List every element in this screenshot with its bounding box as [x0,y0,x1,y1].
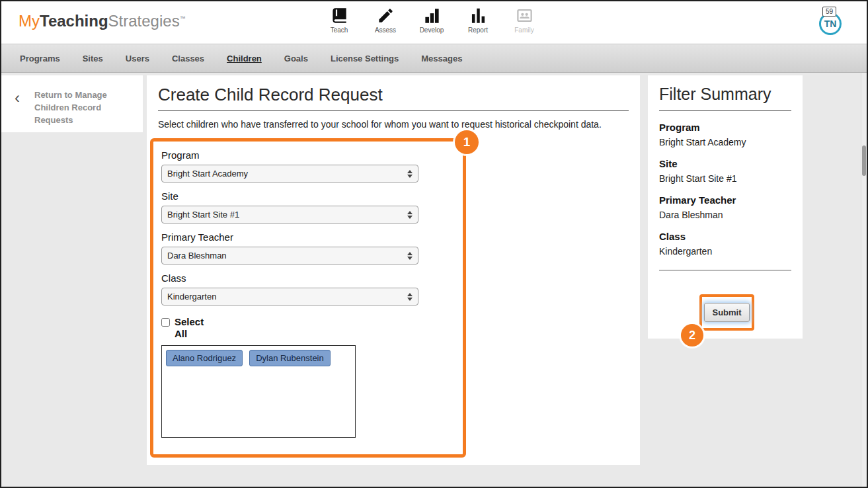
nav-report-label: Report [468,26,488,34]
annotation-step-1-badge: 1 [455,130,479,154]
header-icon-nav: Teach Assess Develop Report [324,7,539,34]
app-logo[interactable]: MyTeachingStrategies™ [19,12,186,30]
site-field: Site Bright Start Site #1 [161,190,455,224]
nav-develop-label: Develop [420,26,444,34]
class-label: Class [161,272,455,284]
scrollbar-thumb[interactable] [862,145,866,176]
page-description: Select children who have transferred to … [158,118,621,131]
summary-site: Site Bright Start Site #1 [659,158,791,184]
logo-strategies: Strategies [108,12,180,30]
child-chip[interactable]: Alano Rodriguez [166,350,243,366]
create-request-card: Create Child Record Request Select child… [147,75,640,465]
select-arrows-icon [407,293,413,301]
primary-teacher-select-value: Dara Bleshman [167,251,227,261]
site-label: Site [161,190,455,202]
program-label: Program [161,149,455,161]
nav-tab-messages[interactable]: Messages [421,54,462,63]
select-all-row: Select All [161,316,455,340]
nav-family: Family [509,7,539,34]
select-arrows-icon [407,170,413,178]
summary-program: Program Bright Start Academy [659,122,791,147]
nav-teach-label: Teach [331,26,348,34]
summary-site-value: Bright Start Site #1 [659,173,791,184]
select-all-checkbox[interactable] [161,318,170,327]
back-link-card[interactable]: ‹ Return to Manage Children Record Reque… [1,75,143,132]
summary-primary-teacher: Primary Teacher Dara Bleshman [659,194,791,220]
nav-tab-sites[interactable]: Sites [83,54,103,63]
class-select[interactable]: Kindergarten [161,288,418,305]
avatar-initials: TN [824,19,837,29]
page-title: Create Child Record Request [147,75,640,105]
vertical-scrollbar[interactable] [861,73,867,487]
select-all-label: Select All [175,316,210,340]
summary-program-label: Program [659,122,791,133]
class-select-value: Kindergarten [167,292,216,302]
primary-teacher-field: Primary Teacher Dara Bleshman [161,231,455,264]
program-select-value: Bright Start Academy [167,169,248,179]
site-select-value: Bright Start Site #1 [167,210,239,220]
nav-tab-users[interactable]: Users [126,54,149,63]
filter-summary-title: Filter Summary [659,85,791,104]
children-list-box: Alano Rodriguez Dylan Rubenstein [161,345,356,438]
select-arrows-icon [407,252,413,260]
summary-class-value: Kindergarten [659,246,791,257]
primary-teacher-label: Primary Teacher [161,231,455,243]
program-select[interactable]: Bright Start Academy [161,165,418,183]
back-link-label: Return to Manage Children Record Request… [34,89,127,126]
logo-teaching: Teaching [40,12,108,30]
annotation-box-2: Submit [699,294,754,331]
admin-navbar: Programs Sites Users Classes Children Go… [1,44,867,73]
nav-tab-license-settings[interactable]: License Settings [331,54,399,63]
teach-book-icon [331,7,348,24]
summary-divider-top [659,110,791,111]
summary-class: Class Kindergarten [659,231,791,257]
summary-class-label: Class [659,231,791,242]
report-chart-icon [469,7,487,24]
nav-tab-programs[interactable]: Programs [20,54,60,63]
top-header: MyTeachingStrategies™ Teach Assess Devel… [1,1,867,44]
summary-primary-teacher-label: Primary Teacher [659,194,791,206]
primary-teacher-select[interactable]: Dara Bleshman [161,247,418,264]
assess-pencil-icon [377,7,395,24]
nav-develop[interactable]: Develop [416,7,447,34]
annotation-box-1: Program Bright Start Academy Site Bright… [150,138,466,458]
nav-assess-label: Assess [375,26,396,34]
nav-tab-classes[interactable]: Classes [172,54,204,63]
title-divider [158,110,629,111]
logo-my: My [19,12,40,30]
notification-count-badge: 59 [822,7,836,17]
app-window: MyTeachingStrategies™ Teach Assess Devel… [0,0,868,488]
logo-trademark: ™ [180,15,186,22]
site-select[interactable]: Bright Start Site #1 [161,206,418,224]
nav-teach[interactable]: Teach [324,7,354,34]
user-menu: 59 TN [812,4,855,42]
summary-program-value: Bright Start Academy [659,137,791,147]
program-field: Program Bright Start Academy [161,149,455,183]
nav-tab-children[interactable]: Children [227,54,262,63]
summary-primary-teacher-value: Dara Bleshman [659,210,791,220]
page-content: ‹ Return to Manage Children Record Reque… [1,73,867,487]
nav-assess[interactable]: Assess [370,7,401,34]
select-arrows-icon [407,211,413,219]
child-chip[interactable]: Dylan Rubenstein [249,350,331,366]
nav-family-label: Family [514,26,533,34]
chevron-left-icon: ‹ [15,90,20,106]
nav-report[interactable]: Report [463,7,493,34]
summary-divider-bottom [659,270,791,270]
submit-button[interactable]: Submit [704,303,749,322]
develop-bars-icon [423,7,441,24]
annotation-step-2-badge: 2 [681,324,703,346]
summary-site-label: Site [659,158,791,169]
nav-tab-goals[interactable]: Goals [284,54,308,63]
family-photo-icon [516,7,533,24]
class-field: Class Kindergarten [161,272,455,305]
